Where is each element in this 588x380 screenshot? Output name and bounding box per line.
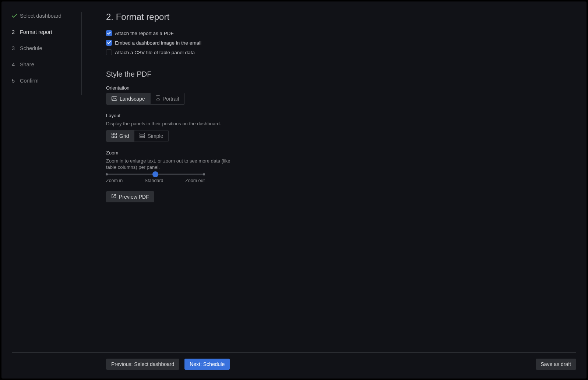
attach-option-label: Attach the report as a PDF xyxy=(115,31,174,36)
layout-simple-button[interactable]: Simple xyxy=(134,130,168,142)
layout-segmented: Grid Simple xyxy=(106,130,169,142)
step-separator xyxy=(15,70,15,75)
attach-option-label: Embed a dashboard image in the email xyxy=(115,40,201,46)
landscape-icon xyxy=(112,96,117,102)
attach-options: Attach the report as a PDF Embed a dashb… xyxy=(106,30,364,55)
orientation-field: Orientation Landscape Portrait xyxy=(106,85,364,105)
step-label: Select dashboard xyxy=(20,13,61,19)
button-label: Preview PDF xyxy=(119,194,149,200)
step-label: Share xyxy=(20,62,34,67)
next-button[interactable]: Next: Schedule xyxy=(184,359,230,370)
orientation-segmented: Landscape Portrait xyxy=(106,93,185,105)
attach-pdf-checkbox[interactable]: Attach the report as a PDF xyxy=(106,30,364,36)
step-label: Format report xyxy=(20,29,52,35)
page-title: 2. Format report xyxy=(106,12,364,22)
svg-rect-9 xyxy=(140,135,145,136)
main-content: 2. Format report Attach the report as a … xyxy=(106,12,364,202)
slider-label-center: Standard xyxy=(145,178,163,183)
check-icon xyxy=(12,14,20,18)
slider-label-right: Zoom out xyxy=(185,178,205,183)
checkbox-icon xyxy=(106,30,112,36)
step-schedule[interactable]: 3 Schedule xyxy=(12,44,78,52)
orientation-portrait-button[interactable]: Portrait xyxy=(150,93,184,104)
svg-rect-5 xyxy=(115,133,117,135)
svg-rect-4 xyxy=(112,133,114,135)
button-label: Save as draft xyxy=(541,361,571,367)
zoom-description: Zoom in to enlarge text, or zoom out to … xyxy=(106,158,231,171)
button-label: Previous: Select dashboard xyxy=(111,361,174,367)
slider-label-left: Zoom in xyxy=(106,178,123,183)
embed-image-checkbox[interactable]: Embed a dashboard image in the email xyxy=(106,40,364,46)
step-number: 4 xyxy=(12,62,20,67)
list-icon xyxy=(140,133,145,139)
step-separator xyxy=(15,21,15,27)
preview-pdf-button[interactable]: Preview PDF xyxy=(106,191,154,202)
segment-label: Simple xyxy=(147,133,163,139)
slider-thumb[interactable] xyxy=(152,171,158,177)
svg-rect-8 xyxy=(140,133,145,134)
previous-button[interactable]: Previous: Select dashboard xyxy=(106,359,179,370)
step-format-report[interactable]: 2 Format report xyxy=(12,28,78,36)
slider-tick-start xyxy=(106,173,108,175)
orientation-landscape-button[interactable]: Landscape xyxy=(106,93,150,104)
checkbox-icon xyxy=(106,40,112,46)
save-draft-button[interactable]: Save as draft xyxy=(536,359,577,370)
step-select-dashboard[interactable]: Select dashboard xyxy=(12,12,78,20)
svg-point-1 xyxy=(113,97,113,98)
external-link-icon xyxy=(111,194,116,200)
zoom-slider[interactable]: Zoom in Standard Zoom out xyxy=(106,174,205,183)
segment-label: Portrait xyxy=(163,96,179,102)
step-separator xyxy=(15,54,15,59)
step-label: Confirm xyxy=(20,78,39,84)
svg-point-3 xyxy=(156,97,157,97)
orientation-label: Orientation xyxy=(106,85,364,91)
segment-label: Grid xyxy=(119,133,129,139)
layout-field: Layout Display the panels in their posit… xyxy=(106,113,364,142)
style-heading: Style the PDF xyxy=(106,70,364,79)
step-number: 3 xyxy=(12,45,20,51)
step-share[interactable]: 4 Share xyxy=(12,60,78,69)
button-label: Next: Schedule xyxy=(190,361,225,367)
segment-label: Landscape xyxy=(120,96,145,102)
slider-labels: Zoom in Standard Zoom out xyxy=(106,178,205,183)
slider-tick-end xyxy=(203,173,205,175)
checkbox-icon xyxy=(106,49,112,55)
step-number: 2 xyxy=(12,29,20,35)
step-separator xyxy=(15,38,15,43)
wizard-footer: Previous: Select dashboard Next: Schedul… xyxy=(12,352,576,370)
attach-option-label: Attach a CSV file of table panel data xyxy=(115,50,195,55)
step-number: 5 xyxy=(12,78,20,84)
step-confirm[interactable]: 5 Confirm xyxy=(12,77,78,85)
app-frame: Select dashboard 2 Format report 3 Sched… xyxy=(1,1,587,379)
attach-csv-checkbox[interactable]: Attach a CSV file of table panel data xyxy=(106,49,364,55)
zoom-field: Zoom Zoom in to enlarge text, or zoom ou… xyxy=(106,150,364,183)
grid-icon xyxy=(112,133,117,139)
svg-rect-6 xyxy=(112,136,114,138)
wizard-steps-sidebar: Select dashboard 2 Format report 3 Sched… xyxy=(12,12,82,95)
layout-description: Display the panels in their positions on… xyxy=(106,121,364,127)
layout-label: Layout xyxy=(106,113,364,118)
svg-rect-7 xyxy=(115,136,117,138)
svg-rect-10 xyxy=(140,137,145,138)
zoom-label: Zoom xyxy=(106,150,364,156)
step-label: Schedule xyxy=(20,45,42,51)
slider-track[interactable] xyxy=(107,174,204,175)
svg-rect-2 xyxy=(156,96,160,101)
layout-grid-button[interactable]: Grid xyxy=(106,130,134,142)
portrait-icon xyxy=(156,95,160,102)
